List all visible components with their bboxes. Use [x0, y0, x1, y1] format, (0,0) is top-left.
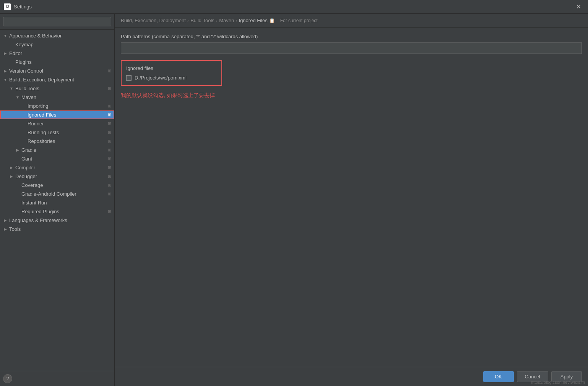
- breadcrumb-part-3: Ignored Files: [239, 18, 268, 23]
- nav-icon-version-control: ⊞: [108, 68, 111, 73]
- sidebar-item-version-control[interactable]: ▶Version Control⊞: [0, 66, 114, 75]
- breadcrumb-for-project: For current project: [280, 18, 318, 23]
- nav-icon-coverage: ⊞: [108, 183, 111, 188]
- nav-icon-gradle-android-compiler: ⊞: [108, 191, 111, 196]
- nav-arrow-compiler: ▶: [9, 165, 14, 170]
- nav-icon-gant: ⊞: [108, 156, 111, 161]
- nav-label-tools: Tools: [9, 226, 111, 232]
- nav-label-maven: Maven: [21, 94, 111, 100]
- content-body: Path patterns (comma-separated, '*' and …: [115, 28, 588, 367]
- breadcrumb-sep-2: ›: [236, 18, 237, 23]
- sidebar-item-editor[interactable]: ▶Editor: [0, 49, 114, 58]
- sidebar-item-maven[interactable]: ▼Maven: [0, 93, 114, 102]
- annotation-text: 我的默认就没勾选, 如果勾选上了要去掉: [121, 92, 582, 99]
- nav-arrow-build-execution-deployment: ▼: [3, 78, 8, 82]
- sidebar-item-keymap[interactable]: Keymap: [0, 40, 114, 49]
- ignored-file-label: D:/Projects/wc/pom.xml: [135, 75, 187, 81]
- nav-label-languages-frameworks: Languages & Frameworks: [9, 217, 111, 223]
- ignored-file-item: D:/Projects/wc/pom.xml: [126, 75, 217, 81]
- ignored-file-checkbox[interactable]: [126, 75, 132, 81]
- nav-arrow-appearance-behavior: ▼: [3, 34, 8, 38]
- nav-label-plugins: Plugins: [15, 59, 111, 65]
- sidebar-item-compiler[interactable]: ▶Compiler⊞: [0, 163, 114, 172]
- nav-label-build-tools: Build Tools: [15, 86, 106, 91]
- nav-icon-repositories: ⊞: [108, 139, 111, 144]
- nav-label-runner: Runner: [28, 121, 106, 127]
- ignored-files-title: Ignored files: [126, 65, 217, 71]
- nav-label-gradle: Gradle: [21, 147, 106, 153]
- content-area: Build, Execution, Deployment › Build Too…: [115, 14, 588, 386]
- sidebar: ▼Appearance & BehaviorKeymap▶EditorPlugi…: [0, 14, 115, 386]
- nav-list: ▼Appearance & BehaviorKeymap▶EditorPlugi…: [0, 30, 114, 371]
- nav-label-repositories: Repositories: [28, 138, 106, 144]
- app-icon: IJ: [4, 3, 11, 10]
- breadcrumb-part-1: Build Tools: [190, 18, 214, 23]
- title-bar: IJ Settings ✕: [0, 0, 588, 14]
- nav-arrow-maven: ▼: [15, 95, 20, 99]
- sidebar-item-gradle[interactable]: ▶Gradle⊞: [0, 146, 114, 154]
- nav-arrow-tools: ▶: [3, 227, 8, 231]
- footer: OK Cancel Apply: [115, 367, 588, 386]
- sidebar-item-instant-run[interactable]: Instant Run: [0, 198, 114, 207]
- nav-icon-required-plugins: ⊞: [108, 209, 111, 214]
- sidebar-item-plugins[interactable]: Plugins: [0, 58, 114, 66]
- nav-label-coverage: Coverage: [21, 182, 106, 188]
- nav-icon-debugger: ⊞: [108, 174, 111, 179]
- nav-label-keymap: Keymap: [15, 42, 111, 47]
- nav-label-compiler: Compiler: [15, 165, 106, 170]
- main-layout: ▼Appearance & BehaviorKeymap▶EditorPlugi…: [0, 14, 588, 386]
- nav-label-debugger: Debugger: [15, 174, 106, 179]
- ok-button[interactable]: OK: [483, 371, 514, 382]
- sidebar-item-build-tools[interactable]: ▼Build Tools⊞: [0, 84, 114, 93]
- sidebar-item-appearance-behavior[interactable]: ▼Appearance & Behavior: [0, 31, 114, 40]
- nav-label-instant-run: Instant Run: [21, 200, 111, 206]
- sidebar-item-languages-frameworks[interactable]: ▶Languages & Frameworks: [0, 216, 114, 225]
- nav-label-ignored-files: Ignored Files: [28, 112, 106, 118]
- sidebar-item-importing[interactable]: Importing⊞: [0, 102, 114, 110]
- sidebar-item-ignored-files[interactable]: Ignored Files⊞: [0, 110, 114, 119]
- sidebar-item-runner[interactable]: Runner⊞: [0, 119, 114, 128]
- sidebar-item-tools[interactable]: ▶Tools: [0, 225, 114, 234]
- ignored-files-box: Ignored files D:/Projects/wc/pom.xml: [121, 60, 222, 86]
- sidebar-item-coverage[interactable]: Coverage⊞: [0, 181, 114, 190]
- sidebar-item-gant[interactable]: Gant⊞: [0, 154, 114, 163]
- sidebar-item-required-plugins[interactable]: Required Plugins⊞: [0, 207, 114, 216]
- nav-arrow-build-tools: ▼: [9, 86, 14, 91]
- breadcrumb-part-0: Build, Execution, Deployment: [121, 18, 186, 23]
- nav-label-editor: Editor: [9, 50, 111, 56]
- nav-icon-build-tools: ⊞: [108, 86, 111, 91]
- nav-icon-ignored-files: ⊞: [108, 112, 111, 117]
- nav-icon-gradle: ⊞: [108, 148, 111, 152]
- sidebar-item-running-tests[interactable]: Running Tests⊞: [0, 128, 114, 137]
- path-patterns-input[interactable]: [121, 42, 582, 54]
- nav-label-appearance-behavior: Appearance & Behavior: [9, 33, 111, 39]
- nav-label-required-plugins: Required Plugins: [21, 209, 106, 214]
- close-button[interactable]: ✕: [573, 2, 584, 12]
- search-input[interactable]: [3, 17, 111, 26]
- nav-arrow-gradle: ▶: [15, 148, 20, 152]
- nav-icon-runner: ⊞: [108, 121, 111, 126]
- nav-icon-running-tests: ⊞: [108, 130, 111, 135]
- breadcrumb-project-icon: 📋: [269, 18, 275, 23]
- nav-label-gant: Gant: [21, 156, 106, 162]
- sidebar-item-debugger[interactable]: ▶Debugger⊞: [0, 172, 114, 181]
- sidebar-item-gradle-android-compiler[interactable]: Gradle-Android Compiler⊞: [0, 190, 114, 198]
- nav-label-running-tests: Running Tests: [28, 130, 106, 135]
- breadcrumb: Build, Execution, Deployment › Build Too…: [115, 14, 588, 28]
- help-button[interactable]: ?: [3, 374, 12, 383]
- nav-label-importing: Importing: [28, 103, 106, 109]
- title-bar-left: IJ Settings: [4, 3, 32, 10]
- nav-arrow-editor: ▶: [3, 51, 8, 55]
- nav-label-build-execution-deployment: Build, Execution, Deployment: [9, 77, 111, 83]
- sidebar-item-repositories[interactable]: Repositories⊞: [0, 137, 114, 146]
- nav-label-version-control: Version Control: [9, 68, 106, 74]
- nav-arrow-version-control: ▶: [3, 69, 8, 73]
- sidebar-item-build-execution-deployment[interactable]: ▼Build, Execution, Deployment: [0, 75, 114, 84]
- nav-label-gradle-android-compiler: Gradle-Android Compiler: [21, 191, 106, 197]
- path-patterns-label: Path patterns (comma-separated, '*' and …: [121, 34, 582, 39]
- watermark: https://blog.csdn.net/iwexs.m: [531, 380, 585, 384]
- nav-arrow-languages-frameworks: ▶: [3, 218, 8, 222]
- nav-icon-compiler: ⊞: [108, 165, 111, 170]
- search-box: [0, 14, 114, 30]
- sidebar-bottom: ?: [0, 371, 114, 386]
